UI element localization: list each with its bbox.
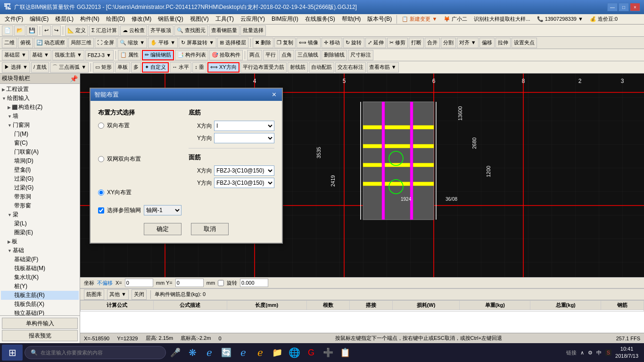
tree-raft-main-bar[interactable]: 筏板主筋(R) — [1, 291, 79, 300]
foundation-btn[interactable]: 基础 ▼ — [30, 50, 51, 60]
face-x-select[interactable]: FBZJ-3(C10@150) — [214, 165, 274, 176]
copy-btn[interactable]: ❐ 复制 — [274, 38, 296, 48]
stretch-btn[interactable]: 拉伸 — [495, 38, 511, 48]
new-change-btn[interactable]: 📋 新建变更 ▼ — [399, 15, 440, 24]
tree-lintel[interactable]: 过梁(G) — [1, 174, 79, 183]
taskbar-ie[interactable]: ℯ — [202, 345, 217, 360]
raft-main-btn[interactable]: 筏板主筋 ▼ — [52, 50, 84, 60]
zoom-btn[interactable]: 🔍 缩放 ▼ — [117, 38, 147, 48]
parallel-btn[interactable]: 平行 — [263, 50, 278, 60]
find-element-btn[interactable]: 🔍 查找图元 — [174, 25, 208, 36]
menu-version[interactable]: 版本号(B) — [364, 14, 395, 24]
offset-btn[interactable]: 偏移 — [479, 38, 495, 48]
point-angle-btn[interactable]: 点角 — [279, 50, 294, 60]
identify-col-btn[interactable]: 识别柱大样提取柱大样... — [471, 15, 533, 24]
rebar-library-btn[interactable]: 筋图库 — [84, 289, 104, 300]
menu-help[interactable]: 帮助(H) — [339, 14, 364, 24]
taskbar-app4[interactable]: G — [304, 345, 319, 360]
tree-isolated-foundation[interactable]: 独立基础(P) — [1, 309, 79, 315]
windows-start-button[interactable]: ⊞ — [2, 345, 23, 361]
view-rebar-btn[interactable]: 查看钢筋量 — [209, 25, 239, 36]
radio-double-net-input[interactable] — [98, 156, 104, 162]
tree-slab[interactable]: ▶ 板 — [1, 237, 79, 246]
taskbar-ie3[interactable]: ℯ — [253, 345, 268, 360]
redo-btn[interactable]: ↪ — [52, 25, 61, 36]
undo-btn[interactable]: ↩ — [42, 25, 51, 36]
taskbar-app1[interactable]: ❋ — [185, 345, 200, 360]
parallel-side-btn[interactable]: 平行边布置受力筋 — [240, 62, 287, 73]
pick-component-btn[interactable]: 🎯 拾取构件 — [209, 50, 243, 60]
menu-online[interactable]: 在线服务(S) — [302, 14, 338, 24]
menu-component[interactable]: 构件(N) — [77, 14, 102, 24]
auto-config-btn[interactable]: 自动配筋 — [309, 62, 334, 73]
menu-file[interactable]: 文件(F) — [2, 14, 26, 24]
single-plate-btn[interactable]: 单板 — [115, 62, 130, 73]
taskbar-app3[interactable]: 🌐 — [287, 345, 302, 360]
guangxiao-btn[interactable]: 🦊 广小二 — [441, 15, 470, 24]
dialog-close-btn[interactable]: × — [270, 90, 278, 99]
single-component-btn[interactable]: 单构件输入 — [2, 318, 78, 329]
cancel-button[interactable]: 取消 — [191, 223, 229, 235]
batch-select-btn[interactable]: 批量选择 — [240, 25, 266, 36]
radio-xy-input[interactable] — [98, 189, 104, 196]
tree-column[interactable]: ▶ ⬛ 构造柱(Z) — [1, 103, 79, 112]
fbzj-btn[interactable]: FBZJ-3 ▼ — [85, 50, 114, 60]
rotate-input[interactable] — [240, 279, 268, 287]
taskbar-app5[interactable]: ➕ — [321, 345, 336, 360]
phone-btn[interactable]: 📞 13907298339 ▼ — [534, 15, 586, 23]
cross-lr-btn[interactable]: 交左右标注 — [335, 62, 366, 73]
ray-bar-btn[interactable]: 射线筋 — [288, 62, 308, 73]
axis-grid-select[interactable]: 轴网-1 — [144, 205, 182, 215]
menu-draw[interactable]: 绘图(D) — [103, 14, 128, 24]
radio-xy-dir[interactable]: XY向布置 — [98, 188, 184, 197]
taskbar-app6[interactable]: 📋 — [338, 345, 353, 360]
tree-raft-neg-bar[interactable]: 筏板负筋(X) — [1, 300, 79, 309]
local-3d-btn[interactable]: 局部三维 — [68, 38, 94, 48]
divide-btn[interactable]: 分割 — [441, 38, 456, 48]
ok-button[interactable]: 确定 — [144, 223, 182, 235]
tray-chevron[interactable]: ∧ — [580, 350, 584, 356]
2d-btn[interactable]: 二维 — [2, 38, 17, 48]
tree-beam[interactable]: ▼ 梁 — [1, 210, 79, 219]
taskbar-folder[interactable]: 📁 — [270, 345, 285, 360]
dim-mark-btn[interactable]: 尺寸标注 — [348, 50, 373, 60]
menu-floor[interactable]: 楼层(L) — [52, 14, 76, 24]
bottom-y-select[interactable] — [214, 133, 274, 143]
mirror-btn[interactable]: ⟺ 镜像 — [297, 38, 321, 48]
align-btn[interactable]: 对齐 ▼ — [457, 38, 479, 48]
radio-bidirectional[interactable]: 双向布置 — [98, 121, 184, 131]
rotate-checkbox[interactable] — [218, 280, 224, 286]
new-btn[interactable]: 📄 — [2, 25, 13, 36]
xy-dir-btn[interactable]: ⟺ XY方向 — [207, 62, 239, 73]
rotate-btn[interactable]: ↻ 旋转 — [343, 38, 364, 48]
y-input[interactable] — [175, 279, 204, 287]
view-bar-layout-btn[interactable]: 查看布筋 ▼ — [367, 62, 399, 73]
multi-btn[interactable]: 多 — [131, 62, 141, 73]
taskbar-app2[interactable]: 🔄 — [219, 345, 234, 360]
menu-modify[interactable]: 修改(M) — [129, 14, 154, 24]
tree-ring-beam[interactable]: 圈梁(E) — [1, 228, 79, 237]
menu-edit[interactable]: 编辑(E) — [27, 14, 51, 24]
define-btn[interactable]: 📐 定义 — [65, 25, 88, 36]
top-view-btn[interactable]: 俯视 — [18, 38, 33, 48]
tree-strip-window[interactable]: 带形窗 — [1, 201, 79, 210]
taskbar-mic[interactable]: 🎤 — [168, 345, 183, 360]
save-btn[interactable]: 💾 — [26, 25, 38, 36]
minimize-button[interactable]: — — [607, 3, 618, 11]
tree-door-window-combo[interactable]: 门联窗(A) — [1, 148, 79, 156]
x-input[interactable] — [125, 279, 153, 287]
tree-lintel2[interactable]: 过梁(G) — [1, 183, 79, 192]
trim-btn[interactable]: ✂ 修剪 — [387, 38, 408, 48]
tree-raft-foundation[interactable]: 筏板基础(M) — [1, 264, 79, 273]
component-list-btn[interactable]: 📑 构件列表 — [175, 50, 208, 60]
arc-btn[interactable]: ⌒ 三点画弧 ▼ — [50, 62, 89, 73]
menu-view[interactable]: 视图(V) — [187, 14, 212, 24]
move-btn[interactable]: ✛ 移动 — [322, 38, 342, 48]
axis-grid-checkbox[interactable] — [98, 207, 104, 214]
tree-foundation-beam[interactable]: 基础梁(F) — [1, 255, 79, 264]
base-layer-btn[interactable]: 基础层 ▼ — [2, 50, 29, 60]
calc-btn[interactable]: Σ 汇总计算 — [89, 25, 119, 36]
screen-rotate-btn[interactable]: ↻ 屏幕旋转 ▼ — [179, 38, 216, 48]
select-floor-btn[interactable]: ⊞ 选择楼层 — [217, 38, 248, 48]
break-btn[interactable]: 打断 — [409, 38, 424, 48]
